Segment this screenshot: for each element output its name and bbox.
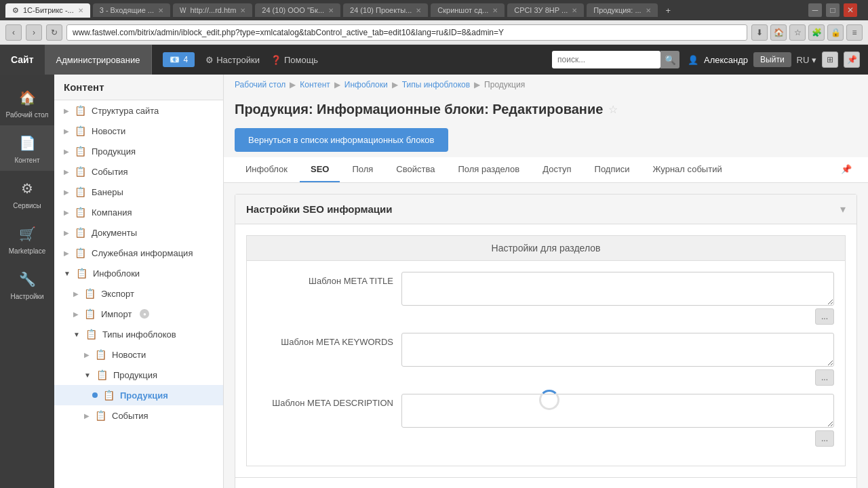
grid-view-button[interactable]: ⊞ xyxy=(822,52,838,68)
breadcrumb-link-content[interactable]: Контент xyxy=(300,80,330,89)
reload-button[interactable]: ↻ xyxy=(46,24,62,41)
nav-item-docs[interactable]: ▶ 📋 Документы xyxy=(54,222,223,243)
sidebar-item-dashboard[interactable]: 🏠 Рабочий стол xyxy=(0,80,54,125)
browser-tab-6[interactable]: СРСІ 3У 8НР ... ✕ xyxy=(507,3,584,17)
breadcrumb-link-desktop[interactable]: Рабочий стол xyxy=(235,80,285,89)
topbar-site-btn[interactable]: Сайт xyxy=(0,45,45,75)
meta-description-append-button[interactable]: ... xyxy=(815,430,834,447)
new-tab-button[interactable]: + xyxy=(660,3,677,18)
sidebar-item-settings[interactable]: 🔧 Настройки xyxy=(0,262,54,307)
nav-item-events-type[interactable]: ▶ 📋 События xyxy=(54,405,223,426)
tab-event-log[interactable]: Журнал событий xyxy=(642,157,732,182)
nav-icon: 📋 xyxy=(103,390,115,401)
breadcrumb-link-types[interactable]: Типы инфоблоков xyxy=(402,80,470,89)
browser-tab-active[interactable]: ⚙ 1С-Битрикс -... ✕ xyxy=(5,3,90,18)
sidebar-item-marketplace[interactable]: 🛒 Marketplace xyxy=(0,216,54,262)
form-control-meta-description: ... xyxy=(401,394,834,447)
notifications-btn[interactable]: 📧 4 xyxy=(163,52,195,67)
tab-close-icon[interactable]: ✕ xyxy=(416,7,421,14)
main-layout: 🏠 Рабочий стол 📄 Контент ⚙ Сервисы 🛒 Mar… xyxy=(0,75,868,488)
bookmark-button[interactable]: ☆ xyxy=(789,24,806,41)
meta-title-append-button[interactable]: ... xyxy=(815,308,834,325)
nav-item-events[interactable]: ▶ 📋 События xyxy=(54,161,223,182)
sidebar-item-content[interactable]: 📄 Контент xyxy=(0,125,54,171)
tab-section-fields[interactable]: Поля разделов xyxy=(447,157,530,182)
logout-button[interactable]: Выйти xyxy=(753,52,791,67)
nav-item-company[interactable]: ▶ 📋 Компания xyxy=(54,202,223,222)
nav-item-products-type[interactable]: ▼ 📋 Продукция xyxy=(54,365,223,385)
return-button[interactable]: Вернуться в список информационных блоков xyxy=(235,128,448,152)
tab-close-icon[interactable]: ✕ xyxy=(328,7,334,14)
nav-item-structure[interactable]: ▶ 📋 Структура сайта xyxy=(54,100,223,121)
meta-title-input[interactable] xyxy=(401,272,834,306)
tab-access[interactable]: Доступ xyxy=(532,157,582,182)
nav-icon: 📋 xyxy=(95,410,106,421)
restore-button[interactable]: □ xyxy=(826,3,840,17)
nav-item-banners[interactable]: ▶ 📋 Банеры xyxy=(54,182,223,202)
tab-close-icon[interactable]: ✕ xyxy=(492,7,498,14)
nav-item-news-type[interactable]: ▶ 📋 Новости xyxy=(54,344,223,365)
forward-button[interactable]: › xyxy=(26,24,42,41)
tab-subscriptions[interactable]: Подписи xyxy=(584,157,641,182)
tab-fields[interactable]: Поля xyxy=(341,157,384,182)
search-button[interactable]: 🔍 xyxy=(660,51,679,68)
nav-arrow-icon: ▶ xyxy=(64,107,69,115)
nav-item-products-active[interactable]: 📋 Продукция xyxy=(54,385,223,405)
inner-section-title: Настройки для разделов xyxy=(492,243,601,253)
browser-tab-2[interactable]: W http://...rd.htm ✕ xyxy=(173,3,252,17)
settings-link[interactable]: ⚙ Настройки xyxy=(205,55,260,65)
tab-infoblock[interactable]: Инфоблок xyxy=(235,157,298,182)
nav-item-service-info[interactable]: ▶ 📋 Служебная информация xyxy=(54,243,223,263)
browser-tab-1[interactable]: 3 - Входящие ... ✕ xyxy=(93,3,170,17)
nav-item-export[interactable]: ▶ 📋 Экспорт xyxy=(54,283,223,304)
search-input[interactable] xyxy=(552,51,660,68)
download-button[interactable]: ⬇ xyxy=(751,24,768,41)
pin-button[interactable]: 📌 xyxy=(844,52,860,68)
nav-icon: 📋 xyxy=(95,349,106,360)
back-button[interactable]: ‹ xyxy=(5,24,22,41)
meta-keywords-input[interactable] xyxy=(401,333,834,367)
meta-description-input[interactable] xyxy=(401,394,834,428)
topbar-admin-btn[interactable]: Администрирование xyxy=(45,45,152,75)
section-toggle-icon[interactable]: ▾ xyxy=(840,203,846,216)
nav-arrow-icon: ▶ xyxy=(84,412,90,420)
tab-close-icon[interactable]: ✕ xyxy=(158,7,163,14)
nav-item-infoblocks[interactable]: ▼ 📋 Инфоблоки xyxy=(54,263,223,283)
close-button[interactable]: ✕ xyxy=(844,3,857,17)
favorite-icon[interactable]: ☆ xyxy=(608,103,618,116)
browser-tab-7[interactable]: Продукция: ... ✕ xyxy=(587,3,657,17)
tabs-pin-icon[interactable]: 📌 xyxy=(835,157,857,182)
nav-icon: 📋 xyxy=(76,268,87,279)
minimize-button[interactable]: ─ xyxy=(808,3,822,17)
tab-close-icon[interactable]: ✕ xyxy=(572,7,577,14)
address-bar[interactable]: www.fastwel.com/bitrix/admin/iblock_edit… xyxy=(66,24,747,41)
form-control-meta-title: ... xyxy=(401,272,834,325)
lock-button[interactable]: 🔒 xyxy=(827,24,844,41)
browser-actions: ⬇ 🏠 ☆ 🧩 🔒 ≡ xyxy=(751,24,863,41)
nav-item-iblock-types[interactable]: ▼ 📋 Типы инфоблоков xyxy=(54,324,223,344)
help-link[interactable]: ❓ Помощь xyxy=(271,55,318,65)
breadcrumb-link-infoblocks[interactable]: Инфоблоки xyxy=(344,80,388,89)
tab-close-icon[interactable]: ✕ xyxy=(646,7,651,14)
tab-close-icon[interactable]: ✕ xyxy=(78,7,83,14)
browser-tab-5[interactable]: Скриншот сд... ✕ xyxy=(431,3,505,17)
tab-close-icon[interactable]: ✕ xyxy=(240,7,245,14)
sidebar-item-services[interactable]: ⚙ Сервисы xyxy=(0,171,54,216)
browser-tab-3[interactable]: 24 (10) ООО "Бк... ✕ xyxy=(255,3,340,17)
nav-item-import[interactable]: ▶ 📋 Импорт ● xyxy=(54,304,223,324)
home-button[interactable]: 🏠 xyxy=(770,24,787,41)
form-row-meta-title: Шаблон META TITLE ... xyxy=(258,272,834,325)
tab-seo[interactable]: SEO xyxy=(300,157,340,182)
extensions-button[interactable]: 🧩 xyxy=(808,24,825,41)
breadcrumb: Рабочий стол ▶ Контент ▶ Инфоблоки ▶ Тип… xyxy=(224,75,868,95)
nav-item-products[interactable]: ▶ 📋 Продукция xyxy=(54,141,223,161)
site-label: Сайт xyxy=(11,54,34,65)
nav-item-label: Структура сайта xyxy=(92,106,159,116)
nav-item-news[interactable]: ▶ 📋 Новости xyxy=(54,121,223,141)
meta-keywords-append-button[interactable]: ... xyxy=(815,369,834,386)
browser-tab-4[interactable]: 24 (10) Проекты... ✕ xyxy=(343,3,428,17)
nav-item-label: Продукция xyxy=(92,146,136,157)
menu-button[interactable]: ≡ xyxy=(846,24,863,41)
lang-selector[interactable]: RU ▾ xyxy=(797,55,816,65)
tab-properties[interactable]: Свойства xyxy=(385,157,446,182)
